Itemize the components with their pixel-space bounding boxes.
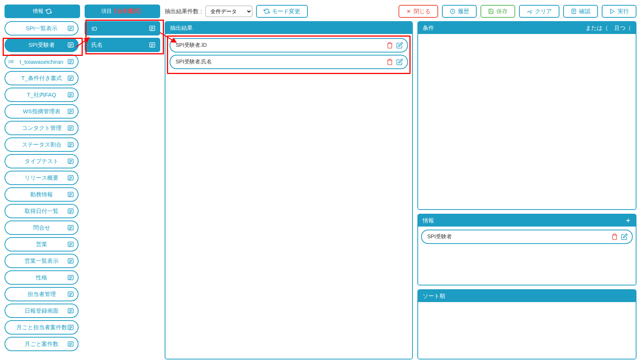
info-item-2[interactable]: DBt_toiawaseichiran — [5, 54, 79, 69]
db-badge: DB — [8, 60, 14, 64]
field-item-1[interactable]: 氏名 — [85, 38, 160, 52]
document-icon — [571, 8, 577, 14]
result-row[interactable]: SPI受験者.氏名 — [170, 55, 408, 69]
close-button[interactable]: 閉じる — [399, 5, 438, 18]
info-item-4[interactable]: T_社内FAQ — [5, 88, 79, 102]
info-item-6[interactable]: コンタクト管理 — [5, 121, 79, 135]
deselect-all-label[interactable]: 【全非選択】 — [112, 8, 144, 15]
sort-panel: ソート順 — [417, 289, 636, 359]
info-item-5[interactable]: WS指摘管理表 — [5, 104, 79, 119]
info-item-label: T_社内FAQ — [27, 91, 56, 99]
run-button[interactable]: 実行 — [602, 5, 636, 18]
info-item-7[interactable]: ステータス割合 — [5, 137, 79, 152]
count-label: 抽出結果件数 : — [165, 8, 202, 15]
info-item-12[interactable]: 問合せ — [5, 221, 79, 235]
clear-icon — [527, 8, 533, 14]
toolbar: 抽出結果件数 : 全件データ モード変更 閉じる 履歴 保存 — [165, 5, 636, 18]
info-item-label: t_toiawaseichiran — [20, 59, 63, 65]
edit-icon[interactable] — [396, 42, 403, 49]
info-sub-panel: 情報 SPI受験者 — [417, 214, 636, 285]
info-item-15[interactable]: 性格 — [5, 270, 79, 285]
count-select[interactable]: 全件データ — [205, 6, 252, 17]
list-icon — [67, 324, 74, 331]
clear-button[interactable]: クリア — [519, 5, 559, 18]
list-icon — [67, 158, 74, 165]
info-row-label: SPI受験者 — [427, 233, 611, 240]
list-icon — [67, 91, 74, 98]
delete-icon[interactable] — [611, 233, 618, 241]
info-item-label: T_条件付き書式 — [21, 75, 62, 82]
results-panel: 抽出結果 SPI受験者.IDSPI受験者.氏名 — [165, 21, 413, 359]
play-icon — [609, 8, 615, 14]
field-item-label: ID — [91, 25, 97, 32]
list-icon — [67, 274, 74, 281]
list-icon — [67, 208, 74, 214]
info-item-14[interactable]: 営業一覧表示 — [5, 254, 79, 268]
conditions-panel: 条件 または（ 且つ（ — [417, 21, 636, 210]
list-icon — [67, 224, 74, 231]
info-item-8[interactable]: タイプテスト — [5, 154, 79, 168]
sort-header: ソート順 — [418, 290, 636, 302]
info-item-label: 取得日付一覧 — [25, 208, 59, 215]
info-item-9[interactable]: リリース概要 — [5, 171, 79, 185]
result-label: SPI受験者.氏名 — [176, 59, 386, 65]
list-icon — [67, 191, 74, 198]
mode-change-button[interactable]: モード変更 — [256, 5, 308, 18]
info-item-label: 営業一覧表示 — [25, 258, 59, 265]
info-sub-header: 情報 — [418, 214, 636, 227]
history-button[interactable]: 履歴 — [442, 5, 477, 18]
list-icon — [67, 108, 74, 115]
or-button[interactable]: または（ — [585, 25, 608, 32]
info-item-1[interactable]: SPI受験者 — [5, 38, 79, 52]
info-panel-header: 情報 — [5, 5, 80, 18]
delete-icon[interactable] — [386, 42, 394, 49]
list-icon — [67, 291, 74, 298]
info-header-label: 情報 — [33, 8, 43, 15]
fields-panel-header: 項目【全非選択】 — [85, 5, 160, 18]
confirm-button[interactable]: 確認 — [563, 5, 598, 18]
list-icon — [149, 42, 156, 48]
add-icon[interactable] — [625, 217, 631, 224]
info-item-0[interactable]: SPI一覧表示 — [5, 21, 79, 35]
info-item-label: 勤務情報 — [30, 191, 53, 198]
list-icon — [67, 25, 74, 32]
info-item-17[interactable]: 日報登録画面 — [5, 304, 79, 318]
results-header: 抽出結果 — [165, 22, 412, 34]
info-item-label: 月ごと担当者案件数 — [16, 324, 67, 331]
list-icon — [67, 125, 74, 131]
list-icon — [149, 25, 156, 32]
fields-list: ID氏名 — [85, 21, 160, 52]
info-list[interactable]: SPI一覧表示SPI受験者DBt_toiawaseichiranT_条件付き書式… — [5, 21, 80, 359]
result-row[interactable]: SPI受験者.ID — [170, 38, 408, 52]
refresh-icon — [264, 8, 270, 14]
and-button[interactable]: 且つ（ — [614, 25, 631, 32]
info-item-10[interactable]: 勤務情報 — [5, 187, 79, 202]
info-row[interactable]: SPI受験者 — [421, 230, 633, 244]
field-item-label: 氏名 — [91, 42, 103, 49]
info-item-3[interactable]: T_条件付き書式 — [5, 71, 79, 85]
info-item-label: WS指摘管理表 — [23, 108, 60, 115]
info-item-18[interactable]: 月ごと担当者案件数 — [5, 320, 79, 335]
info-item-label: コンタクト管理 — [22, 125, 62, 132]
info-item-label: ステータス割合 — [22, 141, 62, 148]
info-item-label: タイプテスト — [25, 158, 59, 165]
refresh-icon[interactable] — [46, 8, 52, 14]
result-label: SPI受験者.ID — [176, 42, 386, 49]
list-icon — [67, 174, 74, 181]
save-icon — [488, 8, 494, 14]
edit-icon[interactable] — [621, 233, 628, 241]
edit-icon[interactable] — [396, 58, 403, 66]
list-icon — [67, 241, 74, 248]
info-item-13[interactable]: 営業 — [5, 237, 79, 251]
info-item-16[interactable]: 担当者管理 — [5, 287, 79, 301]
fields-header-label: 項目 — [101, 8, 112, 15]
list-icon — [67, 341, 74, 347]
info-item-11[interactable]: 取得日付一覧 — [5, 204, 79, 218]
list-icon — [67, 258, 74, 264]
save-button[interactable]: 保存 — [480, 5, 515, 18]
list-icon — [67, 307, 74, 314]
delete-icon[interactable] — [386, 58, 394, 66]
info-item-label: リリース概要 — [25, 174, 59, 182]
field-item-0[interactable]: ID — [85, 21, 160, 35]
info-item-19[interactable]: 月ごと案件数 — [5, 337, 79, 351]
